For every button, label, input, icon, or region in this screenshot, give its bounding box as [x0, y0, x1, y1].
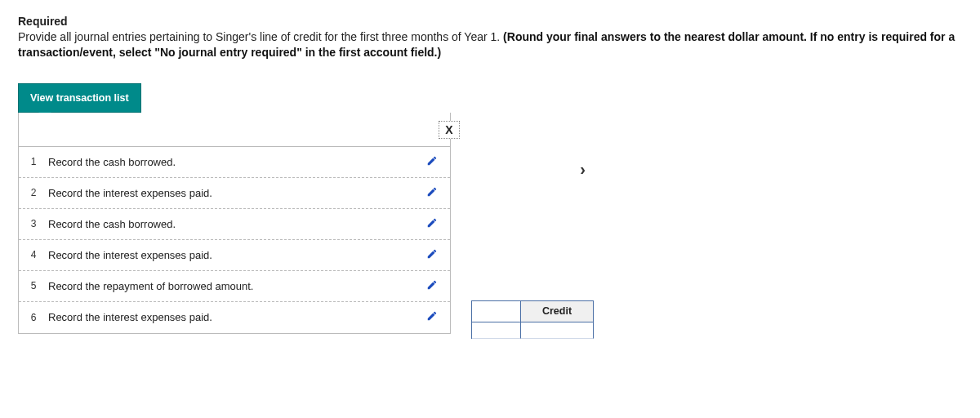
- pencil-icon[interactable]: [414, 217, 450, 231]
- transaction-list-header-blank: [19, 113, 450, 147]
- chevron-right-icon[interactable]: ›: [580, 160, 586, 179]
- transaction-desc: Record the interest expenses paid.: [48, 249, 414, 261]
- view-transaction-list-tab[interactable]: View transaction list: [18, 83, 141, 113]
- transaction-desc: Record the repayment of borrowed amount.: [48, 280, 414, 292]
- transaction-number: 2: [19, 187, 48, 198]
- entry-header-col1: [472, 301, 521, 322]
- transaction-list-panel: 1 Record the cash borrowed. 2 Record the…: [18, 113, 451, 334]
- transaction-row[interactable]: 2 Record the interest expenses paid.: [19, 178, 450, 209]
- transaction-desc: Record the interest expenses paid.: [48, 311, 414, 323]
- entry-cell[interactable]: [472, 322, 521, 339]
- pencil-icon[interactable]: [414, 248, 450, 262]
- required-heading: Required: [18, 15, 962, 28]
- pencil-icon[interactable]: [414, 279, 450, 293]
- entry-grid: Credit: [471, 300, 594, 339]
- pencil-icon[interactable]: [414, 310, 450, 324]
- journal-entry-panel: › Credit: [471, 113, 594, 339]
- transaction-desc: Record the cash borrowed.: [48, 156, 414, 168]
- transaction-row[interactable]: 5 Record the repayment of borrowed amoun…: [19, 271, 450, 302]
- entry-header-credit: Credit: [521, 301, 594, 322]
- required-body-plain: Provide all journal entries pertaining t…: [18, 30, 503, 43]
- transaction-desc: Record the cash borrowed.: [48, 218, 414, 230]
- transaction-number: 3: [19, 218, 48, 229]
- transaction-row[interactable]: 4 Record the interest expenses paid.: [19, 240, 450, 271]
- transaction-row[interactable]: 6 Record the interest expenses paid.: [19, 302, 450, 333]
- entry-blank-area: ›: [471, 113, 594, 300]
- close-icon[interactable]: X: [439, 121, 460, 139]
- transaction-number: 5: [19, 280, 48, 291]
- transaction-row[interactable]: 3 Record the cash borrowed.: [19, 209, 450, 240]
- required-body: Provide all journal entries pertaining t…: [18, 29, 962, 60]
- transaction-row[interactable]: 1 Record the cash borrowed.: [19, 147, 450, 178]
- transaction-number: 4: [19, 249, 48, 260]
- transaction-number: 1: [19, 156, 48, 167]
- transaction-desc: Record the interest expenses paid.: [48, 187, 414, 199]
- pencil-icon[interactable]: [414, 186, 450, 200]
- entry-cell[interactable]: [521, 322, 594, 339]
- pencil-icon[interactable]: [414, 155, 450, 169]
- transaction-number: 6: [19, 312, 48, 323]
